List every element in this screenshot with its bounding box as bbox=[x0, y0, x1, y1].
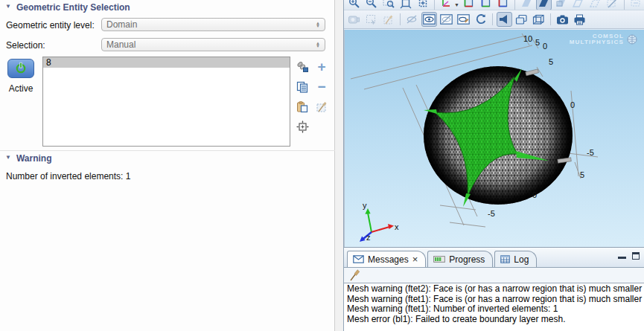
copy-selection-button[interactable] bbox=[295, 80, 310, 94]
graphics-toolbar-row2 bbox=[344, 10, 644, 29]
coordinate-triad: y x z bbox=[355, 201, 400, 244]
view-hidden-icon[interactable] bbox=[439, 12, 454, 27]
axis-tick-label: 5 bbox=[549, 57, 553, 66]
wireframe-icon[interactable] bbox=[531, 12, 546, 27]
zoom-to-selection-icon[interactable] bbox=[415, 0, 430, 10]
scene-light-icon[interactable] bbox=[497, 12, 512, 27]
comsol-globe-icon bbox=[627, 34, 637, 45]
select-mode-icon[interactable] bbox=[519, 0, 535, 10]
select-box-disabled-icon[interactable] bbox=[363, 12, 379, 27]
messages-toolbar bbox=[344, 268, 644, 283]
messages-log[interactable]: Mesh warning (ftet2): Face is (or has a … bbox=[344, 283, 644, 331]
paste-selection-icon[interactable] bbox=[628, 0, 644, 10]
reset-hiding-icon[interactable] bbox=[456, 12, 471, 27]
collapse-triangle-icon[interactable]: ▼ bbox=[5, 154, 11, 161]
refresh-icon[interactable] bbox=[473, 12, 488, 27]
zoom-extents-icon[interactable] bbox=[398, 0, 413, 10]
envelope-icon bbox=[353, 255, 364, 263]
section-divider bbox=[0, 150, 335, 151]
tab-label: Messages bbox=[368, 254, 409, 265]
axis-tick-label: 5 bbox=[535, 38, 540, 47]
power-icon bbox=[14, 61, 28, 77]
collapse-triangle-icon[interactable]: ▼ bbox=[5, 3, 11, 10]
message-line: Mesh warning (ftet1): Face is (or has a … bbox=[347, 295, 644, 305]
remove-from-selection-button[interactable]: − bbox=[314, 80, 330, 94]
geometric-entity-level-value: Domain bbox=[106, 19, 316, 30]
go-to-zx-view-icon[interactable] bbox=[495, 0, 511, 10]
comsol-logo: COMSOL MULTIPHYSICS bbox=[570, 33, 637, 45]
graphics-panel: ▼ bbox=[343, 0, 644, 247]
geometric-entity-level-select[interactable]: Domain ▲▼ bbox=[101, 18, 325, 31]
triad-z-label: z bbox=[366, 233, 371, 242]
progress-bar-icon bbox=[433, 256, 445, 263]
clear-selection-disabled-icon[interactable] bbox=[380, 12, 396, 27]
create-selection-button[interactable] bbox=[295, 60, 310, 74]
section-title: Geometric Entity Selection bbox=[16, 2, 130, 13]
stepper-icon: ▲▼ bbox=[316, 22, 320, 28]
selection-value: Manual bbox=[106, 39, 316, 50]
section-warning[interactable]: ▼ Warning bbox=[0, 152, 334, 164]
go-to-xy-view-icon[interactable] bbox=[461, 0, 476, 10]
graphics-canvas[interactable]: 10 5 0 5 0 -5 5 0 -5 COMSOL MULTIPHYSICS bbox=[344, 30, 644, 247]
go-to-yz-view-icon[interactable] bbox=[478, 0, 494, 10]
active-toggle-button[interactable] bbox=[7, 59, 34, 78]
axis-tick-label: 5 bbox=[580, 170, 584, 179]
message-line: Mesh warning (ftet2): Face is (or has a … bbox=[347, 284, 644, 295]
paste-selection-button[interactable] bbox=[295, 100, 310, 115]
messages-panel: Messages × Progress Log bbox=[343, 247, 644, 331]
print-icon[interactable] bbox=[572, 12, 587, 27]
axis-tick-label: -5 bbox=[587, 148, 594, 157]
view-unhidden-icon[interactable] bbox=[421, 12, 437, 27]
camera-snapshot-icon[interactable] bbox=[555, 12, 570, 27]
zoom-in-icon[interactable] bbox=[346, 0, 362, 10]
add-to-selection-button[interactable]: + bbox=[314, 60, 330, 74]
geometric-entity-level-label: Geometric entity level: bbox=[6, 20, 95, 30]
graphics-area: ▼ bbox=[335, 0, 644, 331]
log-table-icon bbox=[500, 255, 510, 263]
tab-progress[interactable]: Progress bbox=[427, 251, 493, 267]
axis-tick-label: 0 bbox=[532, 190, 537, 199]
select-box-mode-icon[interactable] bbox=[553, 0, 569, 10]
select-all-icon[interactable] bbox=[587, 0, 603, 10]
deselect-mode-icon[interactable] bbox=[536, 0, 552, 10]
clear-messages-button[interactable] bbox=[347, 268, 363, 283]
zoom-box-icon[interactable] bbox=[380, 0, 396, 10]
tab-close-icon[interactable]: × bbox=[412, 254, 418, 265]
selection-select[interactable]: Manual ▲▼ bbox=[101, 38, 325, 51]
clear-selection-button[interactable] bbox=[314, 100, 330, 115]
selection-label: Selection: bbox=[6, 40, 45, 51]
axis-tick-label: 10 bbox=[523, 34, 532, 43]
axis-tick-label: 0 bbox=[543, 42, 547, 51]
zoom-out-icon[interactable] bbox=[363, 0, 379, 10]
message-line: Mesh error (bl1): Failed to create bound… bbox=[347, 315, 644, 325]
panel-divider[interactable] bbox=[335, 0, 343, 331]
settings-panel: ▼ Geometric Entity Selection Geometric e… bbox=[0, 0, 335, 331]
stepper-icon: ▲▼ bbox=[316, 42, 320, 48]
comsol-window: ▼ Geometric Entity Selection Geometric e… bbox=[0, 0, 644, 331]
image-snapshot-disabled-icon[interactable] bbox=[346, 12, 362, 27]
tab-log[interactable]: Log bbox=[494, 251, 537, 267]
deselect-box-mode-icon[interactable] bbox=[570, 0, 586, 10]
transparency-icon[interactable] bbox=[514, 12, 529, 27]
view-window-controls bbox=[618, 252, 640, 260]
go-to-default-view-icon[interactable] bbox=[439, 0, 454, 10]
tab-messages[interactable]: Messages × bbox=[347, 251, 426, 267]
minimize-icon[interactable] bbox=[618, 252, 626, 259]
hide-selected-icon[interactable] bbox=[404, 12, 420, 27]
zoom-to-selection-button[interactable] bbox=[295, 120, 310, 135]
axis-tick-label: 0 bbox=[570, 100, 575, 109]
view-dropdown-arrow-icon[interactable]: ▼ bbox=[454, 2, 459, 7]
messages-tabbar: Messages × Progress Log bbox=[344, 248, 644, 268]
section-geometric-entity-selection[interactable]: ▼ Geometric Entity Selection bbox=[0, 1, 334, 13]
selection-list-item[interactable]: 8 bbox=[43, 57, 290, 68]
selection-listbox[interactable]: 8 bbox=[42, 57, 290, 147]
message-line: Mesh warning (ftet1): Number of inverted… bbox=[347, 304, 644, 315]
triad-x-label: x bbox=[395, 222, 399, 231]
warning-message: Number of inverted elements: 1 bbox=[6, 171, 130, 181]
triad-y-label: y bbox=[363, 201, 367, 210]
maximize-icon[interactable] bbox=[632, 252, 640, 260]
clear-selection-mode-icon[interactable] bbox=[605, 0, 620, 10]
active-button-label: Active bbox=[1, 83, 40, 94]
tab-label: Progress bbox=[449, 254, 485, 265]
graphics-toolbar-row1: ▼ bbox=[344, 0, 644, 10]
